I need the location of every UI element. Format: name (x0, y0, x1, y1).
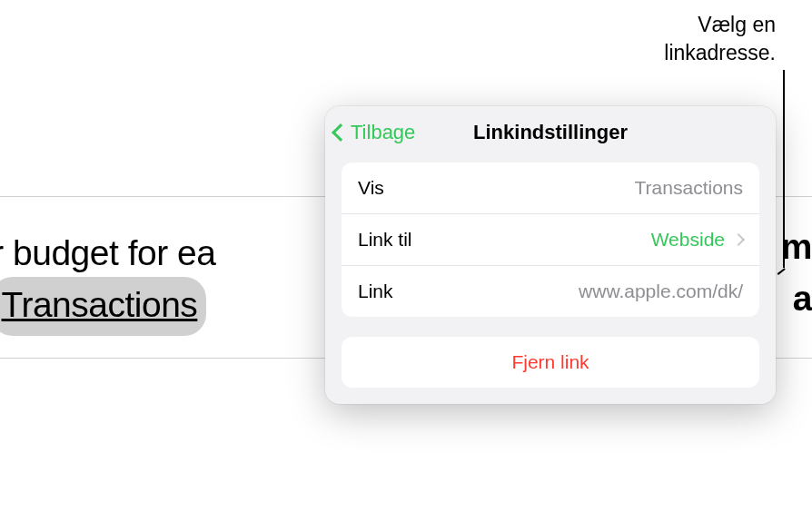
back-button[interactable]: Tilbage (334, 121, 415, 144)
link-to-right: Webside (651, 229, 743, 251)
link-to-label: Link til (358, 229, 412, 251)
link-to-value: Webside (651, 229, 725, 251)
callout-line1: Vælg en (664, 11, 776, 39)
callout-label: Vælg en linkadresse. (664, 11, 776, 67)
remove-link-button[interactable]: Fjern link (342, 337, 759, 388)
popover-header: Tilbage Linkindstillinger (325, 106, 776, 159)
link-url-label: Link (358, 281, 393, 302)
callout-line2: linkadresse. (664, 39, 776, 67)
selected-link-text[interactable]: Transactions (2, 279, 198, 332)
popover-title: Linkindstillinger (473, 121, 628, 144)
link-url-value: www.apple.com/dk/ (579, 281, 743, 302)
remove-link-label: Fjern link (511, 351, 589, 372)
link-to-row[interactable]: Link til Webside (342, 214, 759, 266)
display-row[interactable]: Vis Transactions (342, 162, 759, 214)
link-settings-popover: Tilbage Linkindstillinger Vis Transactio… (325, 106, 776, 404)
chevron-left-icon (332, 123, 350, 142)
settings-list: Vis Transactions Link til Webside Link w… (342, 162, 759, 317)
callout-connector-vertical (783, 70, 785, 268)
chevron-right-icon (732, 233, 745, 246)
bg-right-bold-2: a (793, 279, 812, 319)
bg-line1-text: ur budget for ea (0, 233, 215, 272)
callout-connector-diagonal (777, 268, 786, 274)
display-value: Transactions (635, 177, 743, 199)
bg-right-bold-1: m (781, 227, 812, 267)
display-label: Vis (358, 177, 384, 199)
link-url-row[interactable]: Link www.apple.com/dk/ (342, 266, 759, 317)
back-button-label: Tilbage (351, 121, 415, 144)
